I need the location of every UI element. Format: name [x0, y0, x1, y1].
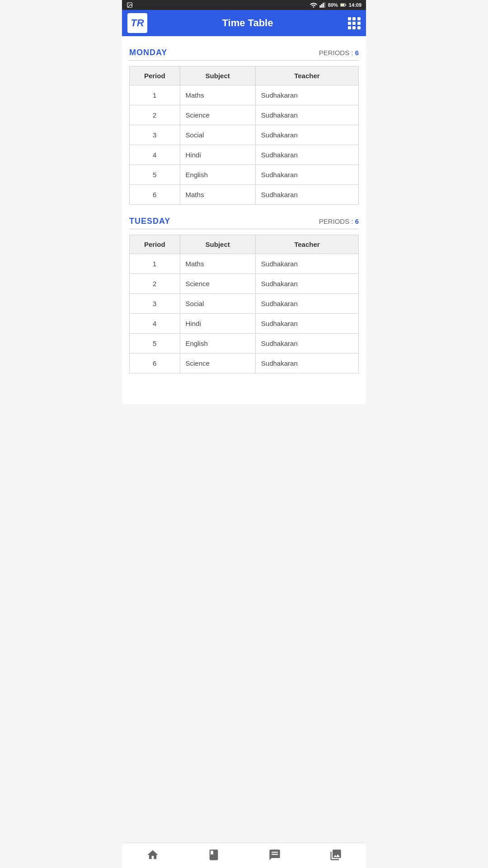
grid-menu-icon[interactable] — [348, 17, 361, 29]
timetable: PeriodSubjectTeacher1MathsSudhakaran2Sci… — [129, 66, 359, 205]
days-container: MONDAYPERIODS : 6PeriodSubjectTeacher1Ma… — [129, 43, 359, 373]
table-row: 1MathsSudhakaran — [130, 85, 359, 105]
image-icon — [127, 2, 133, 8]
table-row: 2ScienceSudhakaran — [130, 105, 359, 125]
day-section-monday: MONDAYPERIODS : 6PeriodSubjectTeacher1Ma… — [129, 43, 359, 205]
periods-count: PERIODS : 6 — [319, 217, 359, 225]
status-right: 80% 14:09 — [310, 2, 361, 8]
cell-period: 4 — [130, 145, 180, 165]
table-header-teacher: Teacher — [255, 235, 358, 254]
cell-period: 1 — [130, 254, 180, 274]
day-name: TUESDAY — [129, 217, 170, 226]
cell-teacher: Sudhakaran — [255, 294, 358, 314]
table-row: 1MathsSudhakaran — [130, 254, 359, 274]
app-bar: TR Time Table — [122, 10, 366, 36]
cell-teacher: Sudhakaran — [255, 334, 358, 354]
cell-teacher: Sudhakaran — [255, 254, 358, 274]
signal-icon — [319, 2, 326, 8]
table-header-period: Period — [130, 66, 180, 85]
svg-rect-7 — [341, 4, 344, 6]
status-bar: 80% 14:09 — [122, 0, 366, 10]
cell-subject: English — [180, 334, 255, 354]
table-row: 3SocialSudhakaran — [130, 294, 359, 314]
cell-subject: Maths — [180, 85, 255, 105]
svg-rect-4 — [323, 3, 324, 8]
status-left — [127, 2, 133, 8]
cell-period: 6 — [130, 185, 180, 205]
cell-period: 5 — [130, 334, 180, 354]
cell-subject: English — [180, 165, 255, 185]
cell-subject: Social — [180, 294, 255, 314]
table-header-subject: Subject — [180, 235, 255, 254]
cell-teacher: Sudhakaran — [255, 185, 358, 205]
cell-teacher: Sudhakaran — [255, 145, 358, 165]
day-section-tuesday: TUESDAYPERIODS : 6PeriodSubjectTeacher1M… — [129, 212, 359, 373]
cell-period: 3 — [130, 294, 180, 314]
day-divider — [129, 229, 359, 229]
table-row: 5EnglishSudhakaran — [130, 165, 359, 185]
wifi-icon — [310, 2, 317, 8]
cell-subject: Maths — [180, 185, 255, 205]
cell-subject: Hindi — [180, 145, 255, 165]
app-title: Time Table — [147, 17, 348, 29]
day-header: MONDAYPERIODS : 6 — [129, 43, 359, 60]
cell-period: 1 — [130, 85, 180, 105]
table-row: 4HindiSudhakaran — [130, 145, 359, 165]
time-display: 14:09 — [349, 2, 361, 8]
main-content: MONDAYPERIODS : 6PeriodSubjectTeacher1Ma… — [122, 36, 366, 404]
app-logo: TR — [127, 13, 147, 33]
cell-period: 3 — [130, 125, 180, 145]
battery-text: 80% — [328, 2, 338, 8]
svg-rect-8 — [342, 4, 343, 6]
cell-teacher: Sudhakaran — [255, 274, 358, 294]
table-header-teacher: Teacher — [255, 66, 358, 85]
cell-teacher: Sudhakaran — [255, 314, 358, 334]
cell-subject: Science — [180, 354, 255, 373]
svg-point-1 — [128, 4, 129, 5]
table-row: 4HindiSudhakaran — [130, 314, 359, 334]
cell-subject: Science — [180, 274, 255, 294]
cell-teacher: Sudhakaran — [255, 85, 358, 105]
table-row: 6MathsSudhakaran — [130, 185, 359, 205]
svg-rect-3 — [321, 4, 322, 8]
cell-subject: Maths — [180, 254, 255, 274]
cell-period: 2 — [130, 274, 180, 294]
table-row: 3SocialSudhakaran — [130, 125, 359, 145]
cell-subject: Social — [180, 125, 255, 145]
cell-period: 5 — [130, 165, 180, 185]
battery-icon — [340, 2, 347, 8]
cell-teacher: Sudhakaran — [255, 354, 358, 373]
svg-rect-5 — [324, 2, 325, 8]
cell-teacher: Sudhakaran — [255, 125, 358, 145]
cell-period: 6 — [130, 354, 180, 373]
day-header: TUESDAYPERIODS : 6 — [129, 212, 359, 229]
cell-subject: Science — [180, 105, 255, 125]
cell-subject: Hindi — [180, 314, 255, 334]
cell-teacher: Sudhakaran — [255, 105, 358, 125]
table-header-period: Period — [130, 235, 180, 254]
table-row: 5EnglishSudhakaran — [130, 334, 359, 354]
periods-count: PERIODS : 6 — [319, 49, 359, 57]
svg-rect-2 — [319, 5, 321, 8]
table-header-subject: Subject — [180, 66, 255, 85]
cell-teacher: Sudhakaran — [255, 165, 358, 185]
table-row: 2ScienceSudhakaran — [130, 274, 359, 294]
day-divider — [129, 60, 359, 61]
cell-period: 4 — [130, 314, 180, 334]
timetable: PeriodSubjectTeacher1MathsSudhakaran2Sci… — [129, 235, 359, 373]
table-row: 6ScienceSudhakaran — [130, 354, 359, 373]
cell-period: 2 — [130, 105, 180, 125]
day-name: MONDAY — [129, 48, 167, 57]
